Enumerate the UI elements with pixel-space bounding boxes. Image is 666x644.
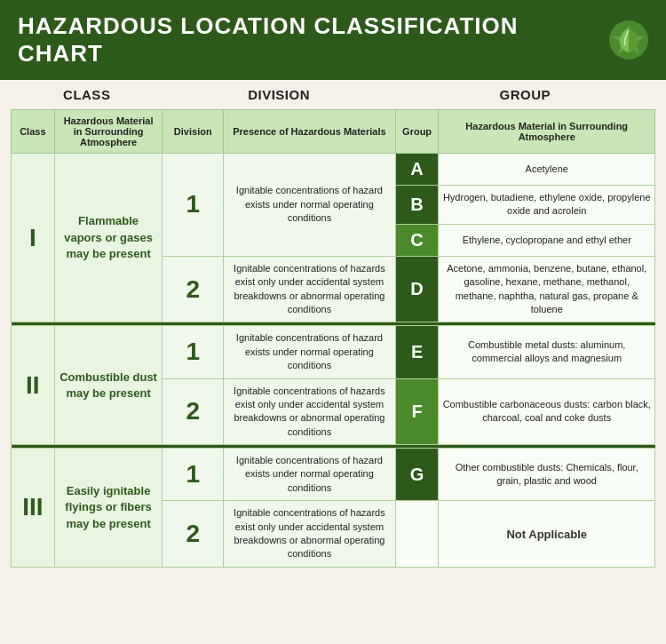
division-number: 2: [163, 378, 224, 445]
division-number: 1: [163, 154, 224, 257]
group-letter-header: Group: [395, 110, 439, 154]
class-group-header: CLASS: [12, 80, 163, 110]
group-description: Acetylene: [439, 154, 655, 186]
class-description: Easily ignitable flyings or fibers may b…: [54, 449, 163, 568]
division-group-header: DIVISION: [163, 80, 395, 110]
page: HAZARDOUS LOCATION CLASSIFICATION CHART …: [0, 0, 666, 644]
classification-table: CLASS DIVISION GROUP Class Hazardous Mat…: [11, 80, 655, 568]
class-roman-header: Class: [12, 110, 55, 154]
group-description: Hydrogen, butadiene, ethylene oxide, pro…: [439, 186, 655, 225]
division-desc-header: Presence of Hazardous Materials: [224, 110, 396, 154]
group-letter: A: [395, 154, 439, 186]
table-row: IICombustible dust may be present1Ignita…: [12, 326, 655, 378]
division-number: 1: [163, 326, 224, 378]
class-description: Flammable vapors or gases may be present: [54, 154, 163, 322]
group-description: Not Applicable: [439, 501, 655, 568]
table-row: IFlammable vapors or gases may be presen…: [12, 154, 655, 186]
group-letter: B: [395, 186, 439, 225]
division-number: 1: [163, 449, 224, 501]
group-description: Acetone, ammonia, benzene, butane, ethan…: [439, 256, 655, 322]
table-row: IIIEasily ignitable flyings or fibers ma…: [12, 449, 655, 501]
table-wrapper: CLASS DIVISION GROUP Class Hazardous Mat…: [0, 80, 666, 578]
class-roman: II: [12, 326, 55, 445]
group-description: Other combustible dusts: Chemicals, flou…: [439, 449, 655, 501]
group-group-header: GROUP: [395, 80, 654, 110]
class-desc-header: Hazardous Material in Surrounding Atmosp…: [54, 110, 163, 154]
logo-icon: [609, 20, 648, 60]
group-description: Combustible metal dusts: aluminum, comme…: [439, 326, 655, 378]
division-description: Ignitable concentrations of hazards exis…: [224, 256, 396, 322]
class-description: Combustible dust may be present: [54, 326, 163, 445]
group-description: Combustible carbonaceous dusts: carbon b…: [439, 378, 655, 445]
sub-header-row: Class Hazardous Material in Surrounding …: [12, 110, 655, 154]
division-description: Ignitable concentrations of hazard exist…: [224, 154, 396, 257]
class-roman: I: [12, 154, 55, 322]
group-letter: D: [395, 256, 439, 322]
group-letter: C: [395, 224, 439, 256]
division-number: 2: [163, 501, 224, 568]
group-letter: [395, 501, 439, 568]
division-description: Ignitable concentrations of hazards exis…: [224, 501, 396, 568]
division-num-header: Division: [163, 110, 224, 154]
group-letter: E: [395, 326, 439, 378]
division-description: Ignitable concentrations of hazard exist…: [224, 449, 396, 501]
group-letter: F: [395, 378, 439, 445]
header: HAZARDOUS LOCATION CLASSIFICATION CHART: [0, 0, 666, 80]
column-group-header-row: CLASS DIVISION GROUP: [12, 80, 655, 110]
page-title: HAZARDOUS LOCATION CLASSIFICATION CHART: [18, 12, 609, 68]
division-description: Ignitable concentrations of hazard exist…: [224, 326, 396, 378]
group-letter: G: [395, 449, 439, 501]
class-roman: III: [12, 449, 55, 568]
division-number: 2: [163, 256, 224, 322]
group-description: Ethylene, cyclopropane and ethyl ether: [439, 224, 655, 256]
group-desc-header: Hazardous Material in Surrounding Atmosp…: [439, 110, 655, 154]
division-description: Ignitable concentrations of hazards exis…: [224, 378, 396, 445]
